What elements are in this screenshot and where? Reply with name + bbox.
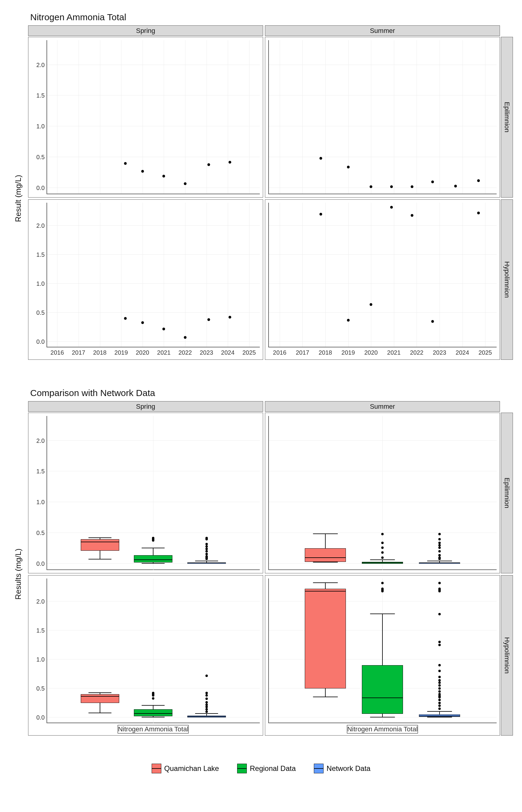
box-title: Comparison with Network Data <box>30 388 513 398</box>
panel-summer-epi <box>265 37 500 198</box>
bpanel-summer-hypo: Nitrogen Ammonia Total <box>265 575 500 736</box>
row-strip-epi-b: Epilimnion <box>501 413 513 573</box>
row-strip-epi: Epilimnion <box>501 37 513 198</box>
legend-label: Regional Data <box>250 764 296 773</box>
col-strip-summer-b: Summer <box>265 401 500 412</box>
legend-key-icon <box>152 764 161 773</box>
legend-item-quamichan: Quamichan Lake <box>152 764 219 773</box>
box-ylab: Results (mg/L) <box>9 412 27 736</box>
bpanel-summer-epi <box>265 413 500 573</box>
legend: Quamichan Lake Regional Data Network Dat… <box>9 764 513 773</box>
legend-label: Quamichan Lake <box>164 764 219 773</box>
bpanel-spring-hypo: 0.00.51.01.52.0Nitrogen Ammonia Total <box>28 575 263 736</box>
col-strip-summer: Summer <box>265 25 500 36</box>
scatter-title: Nitrogen Ammonia Total <box>30 12 513 22</box>
legend-key-icon <box>237 764 247 773</box>
legend-item-regional: Regional Data <box>237 764 296 773</box>
panel-spring-hypo: 0.00.51.01.52.02016201720182019202020212… <box>28 199 263 360</box>
col-strip-spring: Spring <box>28 25 263 36</box>
col-strip-spring-b: Spring <box>28 401 263 412</box>
legend-label: Network Data <box>326 764 370 773</box>
scatter-ylab: Result (mg/L) <box>9 36 27 361</box>
legend-item-network: Network Data <box>314 764 370 773</box>
scatter-grid: Spring Summer Result (mg/L) 0.00.51.01.5… <box>9 25 513 373</box>
row-strip-hypo: Hypolimnion <box>501 199 513 360</box>
bpanel-spring-epi: 0.00.51.01.52.0 <box>28 413 263 573</box>
legend-key-icon <box>314 764 323 773</box>
box-grid: Spring Summer Results (mg/L) 0.00.51.01.… <box>9 401 513 749</box>
panel-spring-epi: 0.00.51.01.52.0 <box>28 37 263 198</box>
box-chart: Comparison with Network Data Spring Summ… <box>9 388 513 749</box>
row-strip-hypo-b: Hypolimnion <box>501 575 513 736</box>
scatter-chart: Nitrogen Ammonia Total Spring Summer Res… <box>9 12 513 373</box>
panel-summer-hypo: 2016201720182019202020212022202320242025 <box>265 199 500 360</box>
